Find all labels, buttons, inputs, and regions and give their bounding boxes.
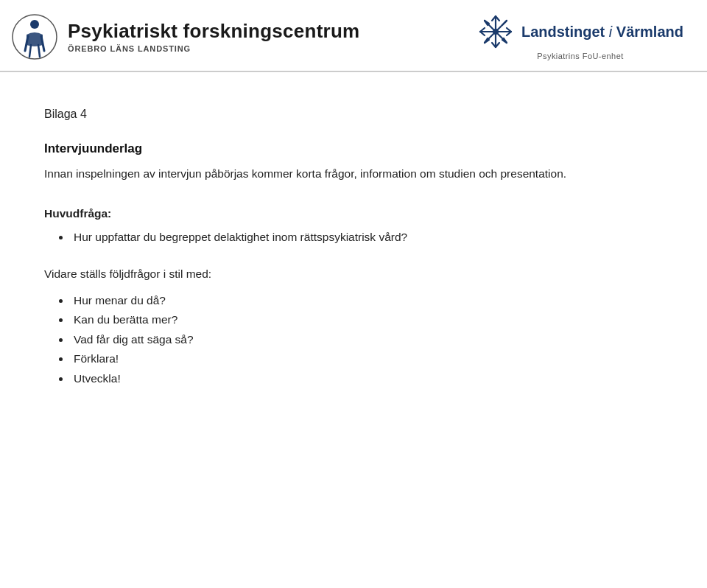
header-right: Landstinget i Värmland Psykiatrins FoU-e…: [477, 13, 683, 60]
svg-point-1: [30, 20, 39, 29]
landstinget-main-label: Landstinget i Värmland: [521, 24, 683, 40]
vidare-paragraph: Vidare ställs följdfrågor i stil med:: [44, 267, 663, 281]
header-text-block: Psykiatriskt forskningscentrum ÖREBRO LÄ…: [68, 21, 360, 53]
landstinget-logo: Landstinget i Värmland Psykiatrins FoU-e…: [477, 13, 683, 60]
header-left: Psykiatriskt forskningscentrum ÖREBRO LÄ…: [12, 14, 360, 60]
svg-point-22: [493, 29, 499, 35]
bilaga-label: Bilaga 4: [44, 108, 663, 121]
list-item: Kan du berätta mer?: [71, 310, 663, 329]
list-item: Förklara!: [71, 349, 663, 368]
vidare-list: Hur menar du då? Kan du berätta mer? Vad…: [71, 291, 663, 388]
list-item: Hur menar du då?: [71, 291, 663, 310]
prc-logo-icon: [12, 14, 57, 60]
landstinget-text-block: Landstinget i Värmland: [521, 24, 683, 40]
svg-line-17: [504, 21, 507, 24]
list-item: Utveckla!: [71, 369, 663, 388]
org-title: Psykiatriskt forskningscentrum: [68, 21, 360, 42]
header: Psykiatriskt forskningscentrum ÖREBRO LÄ…: [0, 0, 707, 72]
landstinget-logo-top: Landstinget i Värmland: [477, 13, 683, 50]
huvud-list: Hur uppfattar du begreppet delaktighet i…: [71, 228, 663, 247]
section-title: Intervjuunderlag: [44, 141, 663, 156]
snowflake-icon: [477, 13, 514, 50]
list-item: Hur uppfattar du begreppet delaktighet i…: [71, 228, 663, 247]
main-content: Bilaga 4 Intervjuunderlag Innan inspelni…: [0, 72, 707, 438]
list-item: Vad får dig att säga så?: [71, 330, 663, 349]
org-subtitle: ÖREBRO LÄNS LANDSTING: [68, 44, 360, 53]
huvud-label: Huvudfråga:: [44, 207, 663, 220]
intro-paragraph: Innan inspelningen av intervjun påbörjas…: [44, 165, 663, 183]
page: Psykiatriskt forskningscentrum ÖREBRO LÄ…: [0, 0, 707, 588]
landstinget-sub-label: Psykiatrins FoU-enhet: [537, 52, 623, 60]
